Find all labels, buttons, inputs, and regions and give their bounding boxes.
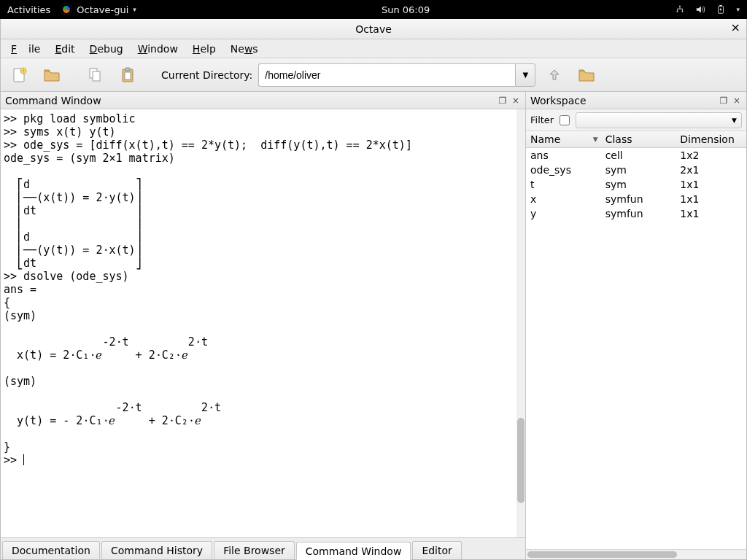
tab-editor[interactable]: Editor [412, 541, 461, 559]
workspace-cell-class: cell [601, 148, 676, 163]
dir-up-button[interactable] [541, 62, 568, 88]
sort-desc-icon: ▼ [593, 136, 598, 143]
workspace-cell-dimension: 1x1 [676, 192, 746, 206]
svg-rect-4 [720, 5, 723, 7]
workspace-row[interactable]: ysymfun1x1 [526, 206, 746, 221]
new-script-button[interactable] [7, 62, 33, 88]
workspace-cell-dimension: 1x1 [676, 206, 746, 221]
workspace-col-class[interactable]: Class [601, 131, 676, 148]
copy-button[interactable] [82, 62, 109, 88]
menubar: FFileile EditEdit DebugDebug WindowWindo… [1, 39, 746, 58]
workspace-row[interactable]: anscell1x2 [526, 148, 746, 163]
svg-rect-11 [125, 72, 131, 79]
workspace-cell-dimension: 2x1 [676, 163, 746, 177]
workspace-cell-name: t [526, 177, 601, 192]
bottom-tab-bar: Documentation Command History File Brows… [1, 537, 525, 559]
console-scrollbar[interactable] [516, 109, 525, 537]
octave-window: Octave × FFileile EditEdit DebugDebug Wi… [0, 19, 747, 560]
network-icon[interactable] [675, 4, 685, 15]
svg-rect-0 [680, 6, 681, 7]
menu-help[interactable]: HelpHelp [187, 41, 222, 57]
volume-icon[interactable] [695, 4, 705, 15]
workspace-cell-dimension: 1x2 [676, 148, 746, 163]
activities-button[interactable]: Activities [7, 4, 50, 15]
svg-rect-8 [93, 71, 100, 81]
menu-file[interactable]: FFileile [5, 41, 46, 57]
chevron-down-icon: ▼ [732, 117, 737, 124]
workspace-cell-name: x [526, 192, 601, 206]
app-indicator[interactable]: Octave-gui ▾ [61, 4, 136, 15]
workspace-header: Workspace ❐ × [526, 92, 746, 109]
command-window-title: Command Window [5, 95, 101, 106]
paste-button[interactable] [115, 62, 141, 88]
workspace-cell-class: symfun [601, 206, 676, 221]
command-window-header: Command Window ❐ × [1, 92, 525, 109]
undock-icon[interactable]: ❐ [719, 96, 729, 106]
workspace-cell-class: symfun [601, 192, 676, 206]
current-directory-label: Current Directory: [161, 69, 252, 81]
menu-news[interactable]: NewsNews [225, 41, 264, 57]
menu-window[interactable]: WindowWindow [132, 41, 184, 57]
command-window-console[interactable]: >> pkg load symbolic >> syms x(t) y(t) >… [1, 109, 516, 537]
workspace-cell-name: ans [526, 148, 601, 163]
current-directory-input[interactable] [258, 63, 515, 87]
system-menu-chevron-icon[interactable]: ▾ [736, 6, 740, 13]
battery-icon[interactable] [716, 4, 726, 15]
workspace-row[interactable]: tsym1x1 [526, 177, 746, 192]
tab-command-history[interactable]: Command History [101, 541, 212, 559]
workspace-col-dimension[interactable]: Dimension [676, 131, 746, 148]
svg-rect-2 [682, 11, 684, 12]
menu-edit[interactable]: EditEdit [49, 41, 80, 57]
workspace-cell-class: sym [601, 177, 676, 192]
current-directory-dropdown[interactable]: ▼ [515, 63, 535, 87]
dir-browse-button[interactable] [573, 62, 600, 88]
workspace-cell-name: y [526, 206, 601, 221]
window-title: Octave [355, 23, 392, 35]
tab-documentation[interactable]: Documentation [2, 541, 100, 559]
octave-logo-icon [61, 4, 72, 15]
workspace-filter-select[interactable]: ▼ [576, 112, 742, 128]
workspace-row[interactable]: xsymfun1x1 [526, 192, 746, 206]
workspace-hscrollbar[interactable] [526, 549, 746, 559]
workspace-filter-label: Filter [530, 114, 554, 125]
window-close-button[interactable]: × [731, 22, 740, 34]
app-indicator-label: Octave-gui [77, 4, 128, 15]
workspace-filter-row: Filter ▼ [526, 109, 746, 131]
chevron-down-icon: ▾ [133, 6, 136, 13]
workspace-col-name[interactable]: Name▼ [526, 131, 601, 148]
menu-debug[interactable]: DebugDebug [84, 41, 129, 57]
current-directory-field: ▼ [258, 63, 535, 87]
gnome-top-bar: Activities Octave-gui ▾ Sun 06:09 ▾ [0, 0, 747, 19]
svg-rect-10 [125, 68, 130, 71]
tab-command-window[interactable]: Command Window [296, 542, 411, 560]
workspace-cell-name: ode_sys [526, 163, 601, 177]
tab-file-browser[interactable]: File Browser [214, 541, 295, 559]
workspace-title: Workspace [530, 95, 587, 106]
open-folder-button[interactable] [39, 62, 65, 88]
workspace-cell-dimension: 1x1 [676, 177, 746, 192]
scrollbar-thumb[interactable] [517, 418, 525, 503]
pane-close-icon[interactable]: × [511, 96, 521, 106]
workspace-cell-class: sym [601, 163, 676, 177]
chevron-down-icon: ▼ [522, 71, 528, 79]
workspace-table: Name▼ Class Dimension anscell1x2ode_syss… [526, 131, 746, 549]
svg-rect-1 [677, 11, 678, 12]
undock-icon[interactable]: ❐ [498, 96, 508, 106]
titlebar: Octave × [1, 19, 746, 39]
clock[interactable]: Sun 06:09 [136, 4, 676, 15]
toolbar: Current Directory: ▼ [1, 58, 746, 92]
scrollbar-thumb[interactable] [527, 551, 677, 558]
workspace-row[interactable]: ode_syssym2x1 [526, 163, 746, 177]
workspace-filter-checkbox[interactable] [560, 115, 570, 125]
pane-close-icon[interactable]: × [732, 96, 742, 106]
